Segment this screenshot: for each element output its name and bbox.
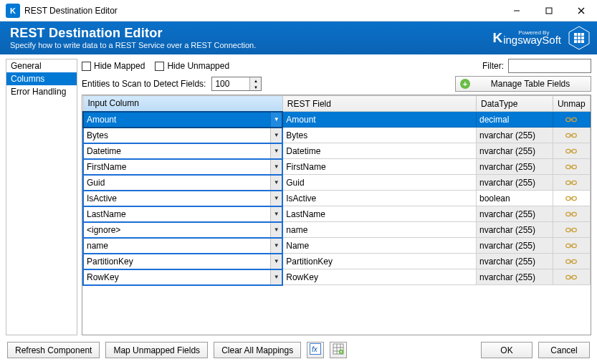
col-datatype-header[interactable]: DataType bbox=[477, 96, 553, 112]
input-column-cell[interactable]: IsActive bbox=[84, 191, 270, 206]
unmap-button[interactable] bbox=[553, 175, 590, 191]
rest-field-cell[interactable]: IsActive bbox=[283, 191, 476, 206]
table-row[interactable]: FirstName▼FirstNamenvarchar (255) bbox=[83, 159, 591, 175]
chevron-down-icon[interactable]: ▼ bbox=[270, 144, 282, 158]
col-field-header[interactable]: REST Field bbox=[282, 96, 476, 112]
unmap-button[interactable] bbox=[553, 222, 590, 238]
rest-field-cell[interactable]: RowKey bbox=[283, 269, 476, 284]
unmap-button[interactable] bbox=[553, 269, 590, 285]
hide-mapped-label: Hide Mapped bbox=[94, 61, 145, 71]
unmap-button[interactable] bbox=[553, 238, 590, 254]
banner-title: REST Destination Editor bbox=[10, 26, 256, 41]
chevron-down-icon[interactable]: ▼ bbox=[270, 270, 282, 284]
footer: Refresh Component Map Unmapped Fields Cl… bbox=[0, 335, 597, 364]
sidebar: GeneralColumnsError Handling bbox=[6, 59, 77, 335]
rest-field-cell[interactable]: FirstName bbox=[283, 159, 476, 174]
unmap-button[interactable] bbox=[553, 206, 590, 222]
table-row[interactable]: Bytes▼Bytesnvarchar (255) bbox=[83, 128, 591, 143]
chevron-down-icon[interactable]: ▼ bbox=[270, 239, 282, 253]
table-row[interactable]: Datetime▼Datetimenvarchar (255) bbox=[83, 143, 591, 159]
rest-field-cell[interactable]: LastName bbox=[283, 206, 476, 221]
maximize-button[interactable] bbox=[532, 0, 565, 21]
input-column-cell[interactable]: FirstName bbox=[84, 160, 270, 174]
svg-rect-9 bbox=[578, 37, 581, 39]
datatype-cell: nvarchar (255) bbox=[477, 254, 553, 269]
table-row[interactable]: IsActive▼IsActiveboolean bbox=[83, 191, 591, 206]
rest-field-cell[interactable]: name bbox=[283, 222, 476, 237]
cancel-button[interactable]: Cancel bbox=[538, 342, 590, 358]
input-column-cell[interactable]: Guid bbox=[84, 176, 270, 190]
input-column-cell[interactable]: RowKey bbox=[84, 270, 270, 284]
table-row[interactable]: LastName▼LastNamenvarchar (255) bbox=[83, 206, 591, 222]
datatype-cell: nvarchar (255) bbox=[477, 159, 553, 175]
manage-table-fields-button[interactable]: + Manage Table Fields bbox=[455, 76, 591, 92]
hide-unmapped-checkbox[interactable]: Hide Unmapped bbox=[155, 61, 229, 71]
unmap-button[interactable] bbox=[553, 191, 590, 206]
minimize-button[interactable] bbox=[500, 0, 532, 21]
unmap-button[interactable] bbox=[553, 143, 590, 159]
ok-button[interactable]: OK bbox=[481, 342, 532, 358]
clear-all-mappings-button[interactable]: Clear All Mappings bbox=[214, 342, 301, 358]
entities-scan-stepper[interactable]: ▲▼ bbox=[211, 77, 262, 91]
chevron-down-icon[interactable]: ▼ bbox=[270, 128, 282, 143]
unmap-button[interactable] bbox=[553, 128, 590, 143]
map-unmapped-fields-button[interactable]: Map Unmapped Fields bbox=[105, 342, 208, 358]
table-row[interactable]: Amount▼Amountdecimal bbox=[83, 112, 591, 128]
rest-field-cell[interactable]: Name bbox=[283, 238, 476, 253]
unmap-icon bbox=[565, 162, 578, 172]
entities-scan-input[interactable] bbox=[212, 77, 249, 90]
grid-options-button[interactable] bbox=[330, 342, 347, 358]
unmap-icon bbox=[565, 209, 578, 219]
col-input-header[interactable]: Input Column bbox=[83, 96, 282, 112]
rest-field-cell[interactable]: PartitionKey bbox=[283, 254, 476, 269]
unmap-icon bbox=[565, 272, 578, 282]
chevron-down-icon[interactable]: ▼ bbox=[270, 223, 282, 237]
chevron-down-icon[interactable]: ▼ bbox=[270, 160, 282, 174]
table-row[interactable]: name▼Namenvarchar (255) bbox=[83, 238, 591, 254]
brand-powered-label: Powered By bbox=[518, 29, 549, 36]
table-row[interactable]: <ignore>▼namenvarchar (255) bbox=[83, 222, 591, 238]
fx-icon: fx bbox=[310, 343, 321, 357]
rest-field-cell[interactable]: Datetime bbox=[283, 143, 476, 158]
grid-icon bbox=[333, 343, 344, 357]
datatype-cell: nvarchar (255) bbox=[477, 143, 553, 159]
unmap-button[interactable] bbox=[553, 254, 590, 269]
hide-mapped-checkbox[interactable]: Hide Mapped bbox=[82, 61, 145, 71]
sidebar-item-general[interactable]: General bbox=[6, 59, 77, 72]
expression-button[interactable]: fx bbox=[307, 342, 324, 358]
unmap-button[interactable] bbox=[553, 112, 590, 128]
table-row[interactable]: Guid▼Guidnvarchar (255) bbox=[83, 175, 591, 191]
col-unmap-header[interactable]: Unmap bbox=[553, 96, 590, 112]
input-column-cell[interactable]: Bytes bbox=[84, 128, 270, 143]
unmap-button[interactable] bbox=[553, 159, 590, 175]
unmap-icon bbox=[565, 115, 578, 125]
sidebar-item-columns[interactable]: Columns bbox=[6, 72, 77, 85]
rest-field-cell[interactable]: Bytes bbox=[283, 128, 476, 143]
stepper-down-icon[interactable]: ▼ bbox=[250, 84, 261, 90]
table-row[interactable]: PartitionKey▼PartitionKeynvarchar (255) bbox=[83, 254, 591, 269]
refresh-component-button[interactable]: Refresh Component bbox=[7, 342, 100, 358]
chevron-down-icon[interactable]: ▼ bbox=[270, 191, 282, 206]
close-button[interactable] bbox=[565, 0, 597, 21]
table-row[interactable]: RowKey▼RowKeynvarchar (255) bbox=[83, 269, 591, 285]
rest-field-cell[interactable]: Guid bbox=[283, 175, 476, 190]
sidebar-item-error-handling[interactable]: Error Handling bbox=[6, 85, 77, 98]
input-column-cell[interactable]: PartitionKey bbox=[84, 254, 270, 269]
chevron-down-icon[interactable]: ▼ bbox=[270, 207, 282, 221]
title-bar: K REST Destination Editor bbox=[0, 0, 597, 21]
input-column-cell[interactable]: Datetime bbox=[84, 144, 270, 158]
chevron-down-icon[interactable]: ▼ bbox=[270, 112, 282, 127]
input-column-cell[interactable]: Amount bbox=[84, 112, 270, 127]
chevron-down-icon[interactable]: ▼ bbox=[270, 176, 282, 190]
filter-input[interactable] bbox=[508, 59, 591, 73]
stepper-up-icon[interactable]: ▲ bbox=[250, 77, 261, 84]
app-icon: K bbox=[6, 4, 20, 18]
input-column-cell[interactable]: LastName bbox=[84, 207, 270, 221]
brand-k: K bbox=[492, 30, 502, 46]
input-column-cell[interactable]: <ignore> bbox=[84, 223, 270, 237]
svg-rect-13 bbox=[581, 40, 584, 43]
chevron-down-icon[interactable]: ▼ bbox=[270, 254, 282, 269]
rest-field-cell[interactable]: Amount bbox=[283, 112, 476, 127]
svg-text:fx: fx bbox=[312, 345, 318, 353]
input-column-cell[interactable]: name bbox=[84, 239, 270, 253]
